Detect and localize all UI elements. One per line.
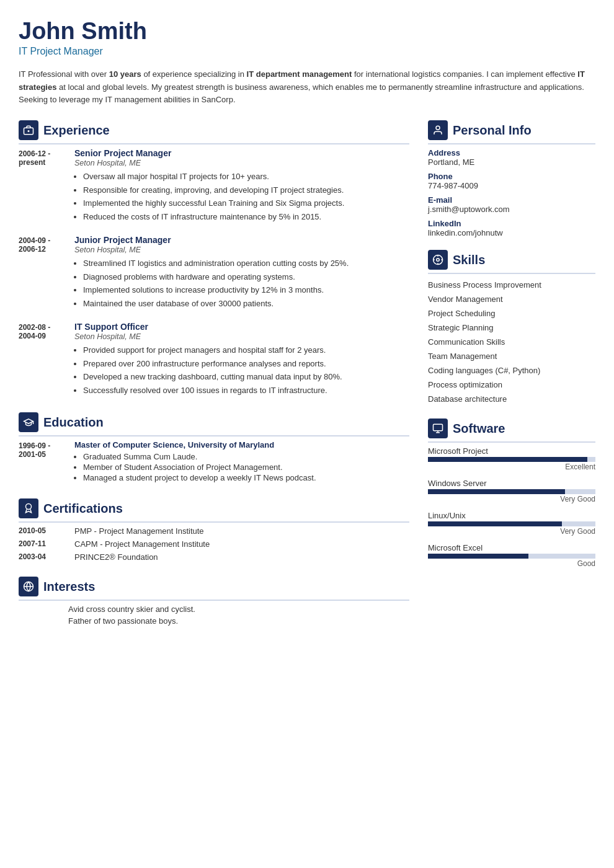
svg-point-5 xyxy=(436,126,440,130)
cert-entry-1: 2010-05 PMP - Project Management Institu… xyxy=(19,526,409,536)
cert-date-1: 2010-05 xyxy=(19,526,68,536)
edu-content-1: Master of Computer Science, University o… xyxy=(74,440,409,484)
personal-item-address: Address Portland, ME xyxy=(428,148,595,167)
experience-section: Experience 2006-12 -present Senior Proje… xyxy=(19,120,409,397)
software-bar-fill-4 xyxy=(428,554,528,559)
software-name-2: Windows Server xyxy=(428,479,595,488)
software-entry-1: Microsoft Project Excellent xyxy=(428,446,595,471)
software-name-4: Microsoft Excel xyxy=(428,543,595,552)
personal-value-phone: 774-987-4009 xyxy=(428,181,595,190)
skill-item-7: Coding languages (C#, Python) xyxy=(428,363,595,378)
interests-icon xyxy=(19,577,38,596)
list-item: Implemented the highly successful Lean T… xyxy=(83,197,409,210)
software-bar-fill-3 xyxy=(428,521,562,526)
software-name-3: Linux/Unix xyxy=(428,511,595,520)
exp-entry-3: 2002-08 -2004-09 IT Support Officer Seto… xyxy=(19,322,409,397)
list-item: Oversaw all major hospital IT projects f… xyxy=(83,170,409,183)
software-label-4: Good xyxy=(428,559,595,568)
cert-name-1: PMP - Project Management Institute xyxy=(74,526,204,536)
exp-company-3: Seton Hospital, ME xyxy=(74,332,409,341)
list-item: Managed a student project to develop a w… xyxy=(83,473,409,482)
exp-company-1: Seton Hospital, ME xyxy=(74,159,409,167)
software-entry-2: Windows Server Very Good xyxy=(428,479,595,503)
personal-info-items: Address Portland, ME Phone 774-987-4009 … xyxy=(428,148,595,237)
personal-value-linkedin: linkedin.com/johnutw xyxy=(428,228,595,237)
skill-item-1: Business Process Improvement xyxy=(428,278,595,292)
software-bar-3 xyxy=(428,521,595,526)
exp-bullets-2: Streamlined IT logistics and administrat… xyxy=(74,257,409,309)
education-section: Education 1996-09 -2001-05 Master of Com… xyxy=(19,412,409,484)
edu-date-1: 1996-09 -2001-05 xyxy=(19,440,68,484)
certifications-section: Certifications 2010-05 PMP - Project Man… xyxy=(19,498,409,562)
header: John Smith IT Project Manager xyxy=(19,19,595,57)
exp-date-2: 2004-09 -2006-12 xyxy=(19,235,68,311)
list-item: Diagnosed problems with hardware and ope… xyxy=(83,271,409,283)
personal-info-header: Personal Info xyxy=(428,120,595,144)
exp-content-3: IT Support Officer Seton Hospital, ME Pr… xyxy=(74,322,409,397)
exp-bullets-1: Oversaw all major hospital IT projects f… xyxy=(74,170,409,223)
education-header: Education xyxy=(19,412,409,436)
skill-item-2: Vendor Management xyxy=(428,292,595,306)
cert-name-3: PRINCE2® Foundation xyxy=(74,552,158,562)
personal-label-address: Address xyxy=(428,148,595,157)
experience-title: Experience xyxy=(43,123,110,138)
education-entries: 1996-09 -2001-05 Master of Computer Scie… xyxy=(19,440,409,484)
interests-title: Interests xyxy=(43,580,95,594)
skill-item-4: Strategic Planning xyxy=(428,321,595,335)
list-item: Successfully resolved over 100 issues in… xyxy=(83,384,409,397)
exp-bullets-3: Provided support for project managers an… xyxy=(74,344,409,396)
cert-entry-3: 2003-04 PRINCE2® Foundation xyxy=(19,552,409,562)
list-item: Reduced the costs of IT infrastructure m… xyxy=(83,211,409,223)
list-item: Member of Student Association of Project… xyxy=(83,463,409,472)
interest-item-2: Father of two passionate boys. xyxy=(68,616,409,626)
edu-degree-1: Master of Computer Science, University o… xyxy=(74,440,409,450)
candidate-title: IT Project Manager xyxy=(19,46,595,57)
personal-info-title: Personal Info xyxy=(453,123,532,138)
list-item: Developed a new tracking dashboard, cutt… xyxy=(83,371,409,383)
exp-content-1: Senior Project Manager Seton Hospital, M… xyxy=(74,148,409,224)
personal-info-icon xyxy=(428,120,448,140)
skill-item-9: Database architecture xyxy=(428,392,595,406)
certifications-header: Certifications xyxy=(19,498,409,523)
personal-label-linkedin: LinkedIn xyxy=(428,219,595,228)
software-title: Software xyxy=(453,422,505,436)
list-item: Responsible for creating, improving, and… xyxy=(83,184,409,197)
exp-job-title-2: Junior Project Manager xyxy=(74,235,409,245)
skills-icon xyxy=(428,250,448,270)
software-label-1: Excellent xyxy=(428,463,595,471)
list-item: Implemented solutions to increase produc… xyxy=(83,284,409,296)
two-col-layout: Experience 2006-12 -present Senior Proje… xyxy=(19,120,595,849)
skills-header: Skills xyxy=(428,250,595,274)
skills-title: Skills xyxy=(453,253,485,267)
interests-header: Interests xyxy=(19,577,409,601)
certifications-entries: 2010-05 PMP - Project Management Institu… xyxy=(19,526,409,562)
personal-item-linkedin: LinkedIn linkedin.com/johnutw xyxy=(428,219,595,237)
personal-info-section: Personal Info Address Portland, ME Phone… xyxy=(428,120,595,237)
resume-page: John Smith IT Project Manager IT Profess… xyxy=(0,0,614,868)
personal-label-email: E-mail xyxy=(428,195,595,205)
edu-entry-1: 1996-09 -2001-05 Master of Computer Scie… xyxy=(19,440,409,484)
personal-item-email: E-mail j.smith@uptowork.com xyxy=(428,195,595,214)
left-column: Experience 2006-12 -present Senior Proje… xyxy=(19,120,409,849)
cert-entry-2: 2007-11 CAPM - Project Management Instit… xyxy=(19,539,409,549)
skill-item-6: Team Management xyxy=(428,349,595,363)
software-label-2: Very Good xyxy=(428,495,595,503)
software-bar-fill-1 xyxy=(428,457,587,462)
software-bar-fill-2 xyxy=(428,489,565,494)
cert-name-2: CAPM - Project Management Institute xyxy=(74,539,210,549)
skill-item-8: Process optimization xyxy=(428,378,595,392)
skills-section: Skills Business Process Improvement Vend… xyxy=(428,250,595,406)
list-item: Streamlined IT logistics and administrat… xyxy=(83,257,409,270)
exp-company-2: Seton Hospital, ME xyxy=(74,246,409,254)
software-entry-4: Microsoft Excel Good xyxy=(428,543,595,568)
cert-date-2: 2007-11 xyxy=(19,539,68,549)
edu-bullets-1: Graduated Summa Cum Laude. Member of Stu… xyxy=(74,452,409,482)
software-name-1: Microsoft Project xyxy=(428,446,595,456)
certifications-icon xyxy=(19,498,38,518)
personal-value-email: j.smith@uptowork.com xyxy=(428,205,595,214)
software-bar-4 xyxy=(428,554,595,559)
list-item: Prepared over 200 infrastructure perform… xyxy=(83,358,409,370)
software-entry-3: Linux/Unix Very Good xyxy=(428,511,595,536)
svg-point-3 xyxy=(26,504,32,510)
personal-label-phone: Phone xyxy=(428,172,595,181)
